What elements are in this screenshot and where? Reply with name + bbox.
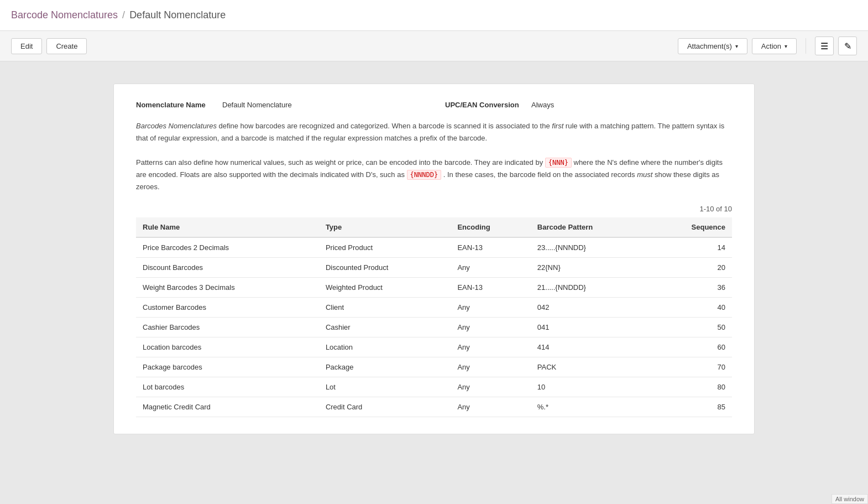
cell-sequence: 40 — [650, 297, 732, 317]
cell-rule-name: Price Barcodes 2 Decimals — [136, 237, 319, 258]
action-chevron-icon: ▾ — [785, 43, 787, 49]
cell-rule-name: Package barcodes — [136, 357, 319, 377]
table-header: Rule Name Type Encoding Barcode Pattern … — [136, 217, 732, 237]
cell-barcode-pattern: 10 — [531, 377, 650, 397]
breadcrumb-parent-link[interactable]: Barcode Nomenclatures — [11, 9, 118, 21]
cell-encoding: Any — [451, 337, 530, 357]
record-card: Nomenclature Name Default Nomenclature U… — [113, 84, 755, 434]
create-button[interactable]: Create — [46, 38, 87, 54]
col-header-type: Type — [319, 217, 451, 237]
cell-encoding: Any — [451, 317, 530, 337]
cell-rule-name: Location barcodes — [136, 337, 319, 357]
code-nnn: {NNN} — [545, 158, 572, 168]
cell-encoding: Any — [451, 257, 530, 277]
cell-rule-name: Magnetic Credit Card — [136, 397, 319, 417]
upc-ean-value: Always — [531, 101, 554, 109]
cell-sequence: 50 — [650, 317, 732, 337]
cell-barcode-pattern: 22{NN} — [531, 257, 650, 277]
cell-barcode-pattern: %.* — [531, 397, 650, 417]
description-para-1: Barcodes Nomenclatures define how barcod… — [136, 120, 732, 144]
cell-barcode-pattern: 042 — [531, 297, 650, 317]
toolbar-divider — [806, 38, 806, 54]
cell-rule-name: Weight Barcodes 3 Decimals — [136, 277, 319, 297]
cell-type: Package — [319, 357, 451, 377]
cell-type: Credit Card — [319, 397, 451, 417]
cell-barcode-pattern: 414 — [531, 337, 650, 357]
main-content: Nomenclature Name Default Nomenclature U… — [102, 72, 766, 445]
edit-pencil-icon: ✎ — [844, 41, 851, 51]
form-fields-row: Nomenclature Name Default Nomenclature U… — [136, 101, 732, 109]
attachments-button[interactable]: Attachment(s) ▾ — [678, 38, 747, 54]
breadcrumb-separator: / — [122, 9, 125, 21]
upc-ean-label: UPC/EAN Conversion — [445, 101, 522, 109]
breadcrumb-current: Default Nomenclature — [129, 9, 226, 21]
description-para-2: Patterns can also define how numerical v… — [136, 157, 732, 193]
cell-type: Lot — [319, 377, 451, 397]
desc-italic-first: first — [552, 122, 563, 130]
rules-table: Rule Name Type Encoding Barcode Pattern … — [136, 217, 732, 417]
cell-type: Weighted Product — [319, 277, 451, 297]
attachments-chevron-icon: ▾ — [735, 43, 738, 49]
table-body: Price Barcodes 2 Decimals Priced Product… — [136, 237, 732, 417]
table-row[interactable]: Discount Barcodes Discounted Product Any… — [136, 257, 732, 277]
breadcrumb: Barcode Nomenclatures / Default Nomencla… — [11, 9, 857, 21]
top-bar: Barcode Nomenclatures / Default Nomencla… — [0, 0, 868, 31]
cell-sequence: 14 — [650, 237, 732, 258]
cell-rule-name: Discount Barcodes — [136, 257, 319, 277]
cell-type: Cashier — [319, 317, 451, 337]
col-header-encoding: Encoding — [451, 217, 530, 237]
cell-sequence: 36 — [650, 277, 732, 297]
cell-rule-name: Cashier Barcodes — [136, 317, 319, 337]
description-box: Barcodes Nomenclatures define how barcod… — [136, 120, 732, 194]
cell-encoding: Any — [451, 297, 530, 317]
table-row[interactable]: Package barcodes Package Any PACK 70 — [136, 357, 732, 377]
cell-rule-name: Lot barcodes — [136, 377, 319, 397]
cell-encoding: Any — [451, 397, 530, 417]
col-header-sequence: Sequence — [650, 217, 732, 237]
table-row[interactable]: Magnetic Credit Card Credit Card Any %.*… — [136, 397, 732, 417]
pagination-row: 1-10 of 10 — [136, 205, 732, 213]
attachments-label: Attachment(s) — [687, 42, 732, 50]
col-header-barcode-pattern: Barcode Pattern — [531, 217, 650, 237]
cell-barcode-pattern: 21.....{NNDDD} — [531, 277, 650, 297]
table-row[interactable]: Customer Barcodes Client Any 042 40 — [136, 297, 732, 317]
cell-type: Priced Product — [319, 237, 451, 258]
cell-sequence: 20 — [650, 257, 732, 277]
cell-sequence: 60 — [650, 337, 732, 357]
cell-type: Client — [319, 297, 451, 317]
table-header-row: Rule Name Type Encoding Barcode Pattern … — [136, 217, 732, 237]
cell-encoding: EAN-13 — [451, 277, 530, 297]
cell-sequence: 70 — [650, 357, 732, 377]
cell-barcode-pattern: 041 — [531, 317, 650, 337]
nomenclature-name-group: Nomenclature Name Default Nomenclature — [136, 101, 423, 109]
table-row[interactable]: Price Barcodes 2 Decimals Priced Product… — [136, 237, 732, 258]
desc-italic-1: Barcodes Nomenclatures — [136, 122, 217, 130]
cell-encoding: Any — [451, 377, 530, 397]
cell-encoding: Any — [451, 357, 530, 377]
edit-view-button[interactable]: ✎ — [838, 37, 857, 55]
cell-type: Discounted Product — [319, 257, 451, 277]
list-view-button[interactable]: ☰ — [815, 37, 834, 55]
pagination-text: 1-10 of 10 — [699, 205, 732, 213]
desc-italic-must: must — [637, 170, 652, 179]
cell-barcode-pattern: PACK — [531, 357, 650, 377]
table-row[interactable]: Lot barcodes Lot Any 10 80 — [136, 377, 732, 397]
action-button[interactable]: Action ▾ — [752, 38, 797, 54]
cell-sequence: 85 — [650, 397, 732, 417]
list-icon: ☰ — [820, 41, 828, 51]
cell-sequence: 80 — [650, 377, 732, 397]
cell-barcode-pattern: 23.....{NNNDD} — [531, 237, 650, 258]
action-label: Action — [761, 42, 781, 50]
table-row[interactable]: Cashier Barcodes Cashier Any 041 50 — [136, 317, 732, 337]
edit-button[interactable]: Edit — [11, 38, 42, 54]
col-header-rule-name: Rule Name — [136, 217, 319, 237]
upc-ean-group: UPC/EAN Conversion Always — [445, 101, 732, 109]
table-row[interactable]: Weight Barcodes 3 Decimals Weighted Prod… — [136, 277, 732, 297]
cell-type: Location — [319, 337, 451, 357]
cell-rule-name: Customer Barcodes — [136, 297, 319, 317]
cell-encoding: EAN-13 — [451, 237, 530, 258]
table-row[interactable]: Location barcodes Location Any 414 60 — [136, 337, 732, 357]
nomenclature-name-value: Default Nomenclature — [222, 101, 292, 109]
toolbar: Edit Create Attachment(s) ▾ Action ▾ ☰ ✎ — [0, 31, 868, 61]
code-nnndd: {NNNDD} — [407, 170, 442, 180]
